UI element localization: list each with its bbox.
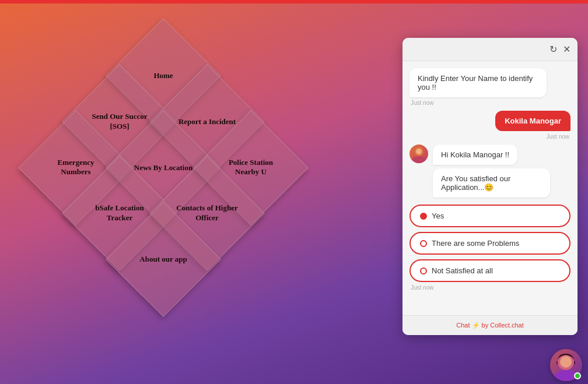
option-problems-label: There are some Problems — [432, 239, 519, 248]
chat-header: ↻ ✕ — [402, 38, 578, 61]
bot-message-1: Kindly Enter Your Name to identify you !… — [410, 68, 547, 97]
user-message-1: Kokila Manogar — [495, 111, 570, 131]
refresh-icon[interactable]: ↻ — [550, 44, 557, 55]
chat-messages: Kindly Enter Your Name to identify you !… — [402, 61, 578, 315]
bot-greeting: Hi Kokila Manogar !! — [433, 145, 517, 165]
top-border — [0, 0, 588, 3]
option-yes-label: Yes — [432, 212, 444, 220]
radio-not-satisfied — [420, 267, 427, 274]
option-problems[interactable]: There are some Problems — [410, 232, 570, 255]
option-not-satisfied[interactable]: Not Satisfied at all — [410, 259, 570, 282]
radio-problems — [420, 240, 427, 247]
bot-question: Are You satisfied our Application...😊 — [433, 168, 550, 198]
chat-widget: ↻ ✕ Kindly Enter Your Name to identify y… — [402, 38, 578, 335]
tile-about-app[interactable]: About our app — [123, 219, 204, 300]
diamond-grid: HomeSend Our Succor [SOS]Report a Incide… — [18, 17, 379, 379]
online-indicator — [574, 372, 581, 379]
bot-message-1-timestamp: Just now — [411, 100, 433, 106]
close-icon[interactable]: ✕ — [563, 44, 570, 55]
svg-point-2 — [416, 149, 422, 154]
satisfaction-options: Yes There are some Problems Not Satisfie… — [410, 205, 570, 282]
option-yes[interactable]: Yes — [410, 205, 570, 227]
option-not-satisfied-label: Not Satisfied at all — [432, 266, 493, 275]
user-message-1-timestamp: Just now — [547, 133, 569, 140]
chat-footer-text: Chat ⚡ by Collect.chat — [456, 322, 524, 329]
bot-messages: Hi Kokila Manogar !! Are You satisfied o… — [433, 145, 570, 198]
svg-point-5 — [560, 356, 572, 368]
radio-yes — [420, 213, 427, 220]
bot-avatar-group: Hi Kokila Manogar !! Are You satisfied o… — [410, 145, 570, 198]
options-timestamp: Just now — [411, 284, 433, 291]
bot-avatar — [410, 145, 428, 163]
chat-footer: Chat ⚡ by Collect.chat — [402, 315, 578, 335]
svg-point-1 — [412, 156, 426, 163]
